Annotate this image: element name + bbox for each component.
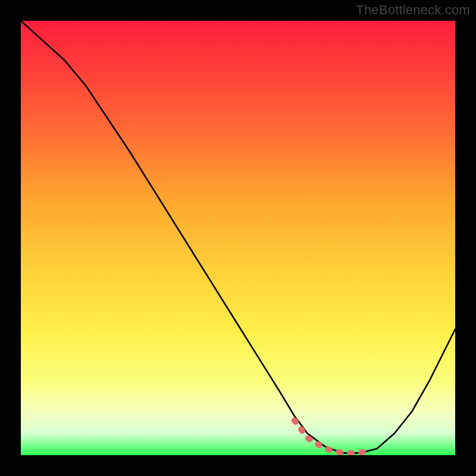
curve-line (21, 21, 455, 453)
watermark-text: TheBottleneck.com (356, 2, 470, 18)
chart-frame: TheBottleneck.com (0, 0, 476, 476)
highlight-segment (295, 421, 368, 453)
chart-svg (21, 21, 455, 455)
chart-plot-area (21, 21, 455, 455)
